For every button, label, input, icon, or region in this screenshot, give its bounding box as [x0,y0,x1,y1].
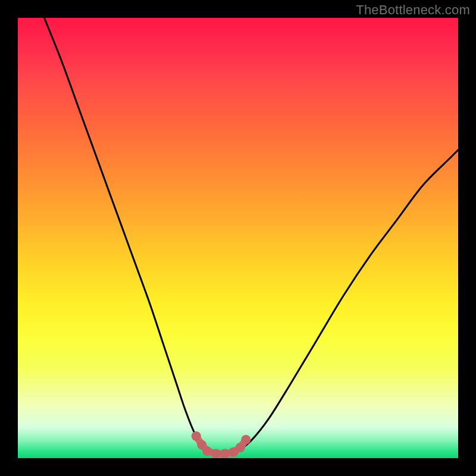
marker-dot [211,449,221,458]
marker-dot [192,431,201,441]
marker-dot [236,443,245,452]
marker-dots [192,431,251,458]
marker-dot [220,449,230,458]
bottleneck-curve [44,18,458,454]
chart-frame: TheBottleneck.com [0,0,476,476]
plot-area [18,18,458,458]
marker-dot [241,435,250,444]
marker-dot [202,446,212,456]
curve-layer [18,18,458,458]
watermark-text: TheBottleneck.com [356,2,470,18]
